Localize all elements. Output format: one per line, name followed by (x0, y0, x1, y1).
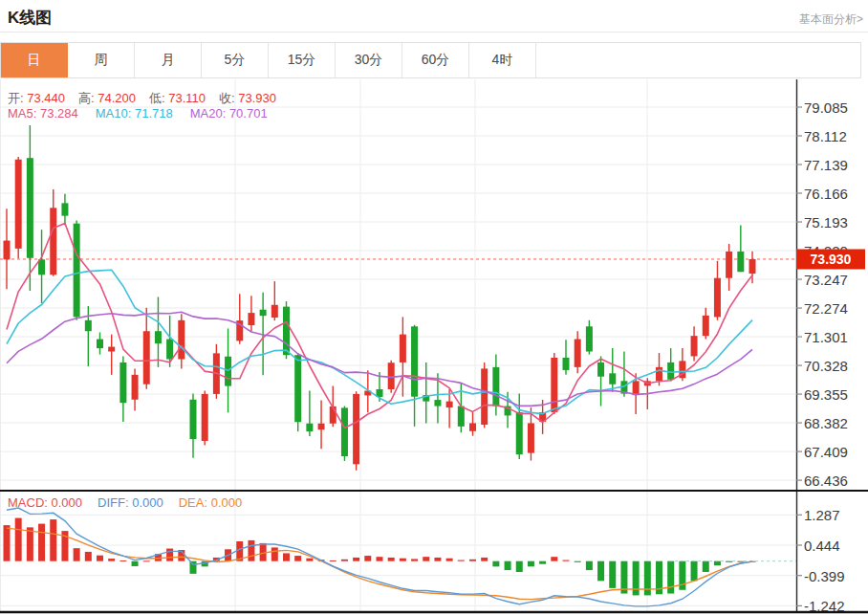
axis-label: 76.166 (804, 186, 865, 202)
axis-label: 79.085 (804, 99, 865, 116)
axis-label: 68.382 (804, 415, 865, 431)
axis-layer (0, 79, 868, 612)
axis-label: 67.409 (804, 444, 865, 460)
ma10-value: MA10: 71.718 (96, 106, 173, 121)
axis-label: 71.301 (804, 329, 865, 345)
high-value: 高: 74.200 (78, 90, 136, 107)
candles-layer (4, 125, 756, 471)
ma5-value: MA5: 73.284 (8, 106, 78, 121)
ohlc-row: 开: 73.440高: 74.200低: 73.110收: 73.930 (8, 90, 276, 107)
last-price-tag: 73.930 (796, 249, 865, 269)
ma20-value: MA20: 70.701 (190, 106, 268, 121)
axis-label: 73.247 (804, 272, 865, 288)
axis-label: 69.355 (804, 386, 865, 403)
diff-value: DIFF: 0.000 (98, 495, 163, 510)
axis-label: 70.328 (804, 358, 865, 374)
macd-layer (4, 508, 797, 606)
gridlines (0, 79, 796, 612)
axis-label: 1.287 (804, 507, 865, 523)
axis-label: 66.436 (804, 472, 865, 489)
axis-label: -1.242 (804, 598, 865, 614)
axis-label: 72.274 (804, 300, 865, 317)
kline-page: K线图 基本面分析> 日周月5分15分30分60分4时 开: 73.440高: … (0, 0, 868, 615)
ma-lines-layer (7, 223, 752, 428)
macd-value: MACD: 0.000 (8, 495, 82, 510)
dea-line (7, 528, 752, 600)
dea-value: DEA: 0.000 (179, 495, 243, 510)
close-value: 收: 73.930 (219, 90, 276, 107)
axis-label: 0.444 (804, 538, 865, 554)
axis-label: 75.193 (804, 214, 865, 231)
open-value: 开: 73.440 (8, 90, 65, 107)
axis-label: 77.139 (804, 157, 865, 173)
ma-values-row: MA5: 73.284MA10: 71.718MA20: 70.701 (8, 106, 268, 121)
low-value: 低: 73.110 (149, 90, 206, 107)
axis-label: 78.112 (804, 128, 865, 144)
axis-label: -0.399 (804, 567, 865, 583)
macd-values-row: MACD: 0.000DIFF: 0.000DEA: 0.000 (8, 495, 242, 510)
